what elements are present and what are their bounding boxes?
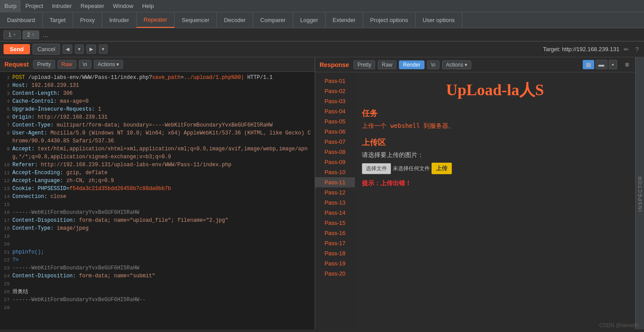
nav-back-down-button[interactable]: ▾ xyxy=(75,45,84,54)
menu-help[interactable]: Help xyxy=(138,0,158,12)
layout-buttons: ▦ ▬ ▪ xyxy=(583,60,617,69)
menu-window[interactable]: Window xyxy=(108,0,138,12)
nav-back-button[interactable]: ◀ xyxy=(63,45,72,54)
menu-intruder[interactable]: Intruder xyxy=(48,0,76,12)
code-line-2: 2Host: 192.168.239.131 xyxy=(0,82,315,90)
request-actions-button[interactable]: Actions ▾ xyxy=(94,60,123,69)
request-code-area[interactable]: 1POST /upload-labs-env/WWW/Pass-11/index… xyxy=(0,72,315,329)
choose-file-button[interactable]: 选择文件 xyxy=(362,163,391,174)
cancel-button[interactable]: Cancel xyxy=(33,44,60,55)
menu-bar: Burp Project Intruder Repeater Window He… xyxy=(0,0,644,12)
sidebar-item-pass-04[interactable]: Pass-04 xyxy=(315,106,355,116)
sidebar-item-pass-05[interactable]: Pass-05 xyxy=(315,116,355,127)
sidebar-item-pass-03[interactable]: Pass-03 xyxy=(315,96,355,106)
response-render-button[interactable]: Render xyxy=(399,60,424,69)
response-header: Response Pretty Raw Render \n Actions ▾ … xyxy=(315,57,635,72)
sidebar-item-pass-17[interactable]: Pass-17 xyxy=(315,238,355,248)
repeater-tabs: 1 × 2 × ... xyxy=(0,28,644,41)
edit-target-button[interactable]: ✏ xyxy=(622,46,631,53)
line-content: Host: 192.168.239.131 xyxy=(12,82,81,90)
line-content: ------WebKitFormBoundaryYvxBeGUF6HI5RaHW xyxy=(12,264,141,272)
repeater-tab-add[interactable]: ... xyxy=(41,31,50,39)
layout-horizontal-button[interactable]: ▬ xyxy=(596,60,607,69)
tab-proxy[interactable]: Proxy xyxy=(73,12,102,28)
sidebar-item-pass-16[interactable]: Pass-16 xyxy=(315,228,355,238)
tab-logger[interactable]: Logger xyxy=(293,12,325,28)
response-n-button[interactable]: \n xyxy=(427,60,439,69)
code-line-24: 24Content-Disposition: form-data; name="… xyxy=(0,272,315,280)
code-line-9: 9Accept: text/html,application/xhtml+xml… xyxy=(0,145,315,161)
sidebar-item-pass-09[interactable]: Pass-09 xyxy=(315,157,355,167)
response-pretty-button[interactable]: Pretty xyxy=(354,60,375,69)
sidebar-item-pass-01[interactable]: Pass-01 xyxy=(315,76,355,86)
line-content: Upgrade-Insecure-Requests: 1 xyxy=(12,105,103,113)
line-content: Accept-Encoding: gzip, deflate xyxy=(12,169,109,177)
repeater-tab-2-close[interactable]: × xyxy=(32,32,34,37)
tab-project-options[interactable]: Project options xyxy=(363,12,416,28)
tab-intruder[interactable]: Intruder xyxy=(102,12,137,28)
request-raw-button[interactable]: Raw xyxy=(58,60,76,69)
sidebar-item-pass-12[interactable]: Pass-12 xyxy=(315,187,355,198)
sidebar-item-pass-20[interactable]: Pass-20 xyxy=(315,269,355,279)
nav-forward-button[interactable]: ▶ xyxy=(86,45,96,54)
tab-target[interactable]: Target xyxy=(43,12,73,28)
response-actions-button[interactable]: Actions ▾ xyxy=(442,60,471,69)
repeater-tab-1-close[interactable]: × xyxy=(13,32,16,37)
line-content xyxy=(12,304,14,312)
sidebar-item-pass-10[interactable]: Pass-10 xyxy=(315,167,355,177)
line-content: Referer: http://192.168.239.131/upload-l… xyxy=(12,161,233,169)
code-line-14: 14Connection: close xyxy=(0,193,315,201)
layout-vertical-button[interactable]: ▪ xyxy=(609,60,617,69)
line-number: 24 xyxy=(0,272,12,280)
code-line-26: 26滑奥结 xyxy=(0,288,315,296)
sidebar-item-pass-18[interactable]: Pass-18 xyxy=(315,248,355,258)
request-n-button[interactable]: \n xyxy=(79,60,91,69)
line-content: Content-Type: image/jpeg xyxy=(12,224,90,232)
sidebar-item-pass-14[interactable]: Pass-14 xyxy=(315,208,355,218)
repeater-tab-1[interactable]: 1 × xyxy=(4,30,21,39)
tab-dashboard[interactable]: Dashboard xyxy=(0,12,43,28)
tab-repeater[interactable]: Repeater xyxy=(137,12,175,28)
send-button[interactable]: Send xyxy=(4,44,30,54)
request-header: Request Pretty Raw \n Actions ▾ xyxy=(0,57,315,72)
line-content: Content-Disposition: form-data; name="su… xyxy=(12,272,157,280)
sidebar-item-pass-02[interactable]: Pass-02 xyxy=(315,86,355,96)
menu-burp[interactable]: Burp xyxy=(0,0,21,12)
upload-labs-sidebar: Pass-01Pass-02Pass-03Pass-04Pass-05Pass-… xyxy=(315,72,355,329)
request-pretty-button[interactable]: Pretty xyxy=(33,60,55,69)
tab-comparer[interactable]: Comparer xyxy=(253,12,293,28)
upload-label: 请选择要上传的图片： xyxy=(362,151,628,159)
error-message: 提示：上传出错！ xyxy=(362,179,628,187)
request-actions-chevron: ▾ xyxy=(116,61,119,67)
tab-user-options[interactable]: User options xyxy=(416,12,462,28)
tab-decoder[interactable]: Decoder xyxy=(217,12,253,28)
menu-repeater[interactable]: Repeater xyxy=(76,0,108,12)
sidebar-item-pass-19[interactable]: Pass-19 xyxy=(315,258,355,269)
upload-submit-button[interactable]: 上传 xyxy=(432,163,452,174)
help-button[interactable]: ? xyxy=(633,46,640,53)
sidebar-item-pass-13[interactable]: Pass-13 xyxy=(315,198,355,208)
line-content: ------WebKitFormBoundaryYvxBeGUF6HI5RaHW xyxy=(12,209,141,216)
response-raw-button[interactable]: Raw xyxy=(378,60,396,69)
line-number: 25 xyxy=(0,280,12,288)
task-desc-suffix: 到服务器。 xyxy=(420,122,454,129)
line-content: Cache-Control: max-age=0 xyxy=(12,97,90,105)
code-line-27: 27------WebKitFormBoundaryYvxBeGUF6HI5Ra… xyxy=(0,296,315,304)
sidebar-item-pass-15[interactable]: Pass-15 xyxy=(315,218,355,228)
menu-project[interactable]: Project xyxy=(21,0,47,12)
line-content xyxy=(12,280,14,288)
response-actions-chevron: ▾ xyxy=(465,62,467,68)
nav-forward-down-button[interactable]: ▾ xyxy=(99,45,108,54)
code-line-13: 13Cookie: PHPSESSID=f54da3c21d35bdd26458… xyxy=(0,185,315,193)
sidebar-item-pass-07[interactable]: Pass-07 xyxy=(315,137,355,147)
upload-zone-title: 上传区 xyxy=(362,137,628,148)
sidebar-item-pass-08[interactable]: Pass-08 xyxy=(315,147,355,157)
line-number: 6 xyxy=(0,113,12,121)
repeater-tab-2[interactable]: 2 × xyxy=(22,30,40,39)
hamburger-button[interactable]: ≡ xyxy=(623,61,631,69)
layout-split-button[interactable]: ▦ xyxy=(583,60,594,69)
tab-sequencer[interactable]: Sequencer xyxy=(175,12,217,28)
tab-extender[interactable]: Extender xyxy=(326,12,363,28)
sidebar-item-pass-06[interactable]: Pass-06 xyxy=(315,127,355,137)
sidebar-item-pass-11[interactable]: Pass-11 xyxy=(315,177,355,187)
